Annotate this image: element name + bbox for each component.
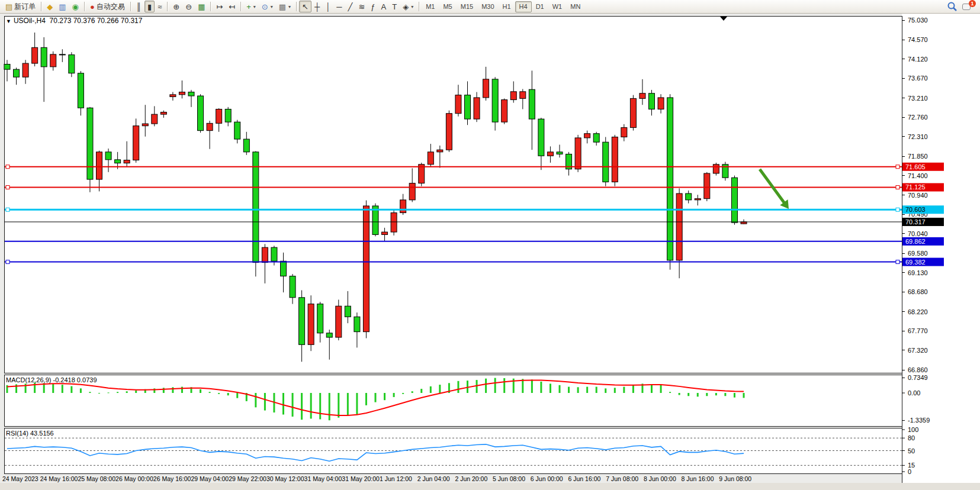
line-handle[interactable] bbox=[6, 208, 9, 211]
candle bbox=[446, 111, 452, 152]
zoom-out-button[interactable]: ⊖ bbox=[182, 1, 195, 12]
svg-text:71.125: 71.125 bbox=[905, 183, 926, 191]
timeframe-h4-button[interactable]: H4 bbox=[515, 1, 532, 12]
timeframe-m1-button[interactable]: M1 bbox=[422, 1, 439, 12]
rsi-axis-label: 80 bbox=[908, 434, 915, 441]
horizontal-line-button[interactable]: ─ bbox=[333, 1, 345, 12]
price-tick-label: 68.220 bbox=[908, 308, 928, 315]
timeframe-mn-button[interactable]: MN bbox=[566, 1, 584, 12]
candle bbox=[363, 201, 369, 339]
collapse-triangle-icon[interactable]: ▼ bbox=[6, 18, 11, 24]
zoom-in-icon: ⊕ bbox=[173, 3, 179, 11]
candle bbox=[667, 94, 673, 270]
candle bbox=[502, 98, 507, 124]
autotrade-label: 自动交易 bbox=[97, 2, 125, 12]
fibonacci-icon: ƒ bbox=[371, 3, 375, 11]
toolbar-separator bbox=[240, 2, 241, 11]
price-badge: 69.862 bbox=[902, 237, 944, 246]
auto-scroll-icon: ↦ bbox=[216, 3, 223, 11]
auto-scroll-button[interactable]: ↦ bbox=[213, 1, 226, 12]
templates-button[interactable]: ▩▾ bbox=[276, 1, 294, 12]
periods-button[interactable]: ⊙▾ bbox=[259, 1, 276, 12]
chart-bars-button[interactable]: ║ bbox=[133, 1, 144, 12]
macd-axis-label: 0.7349 bbox=[908, 374, 928, 381]
zoom-in-button[interactable]: ⊕ bbox=[170, 1, 182, 12]
chart-line-button[interactable]: ≈ bbox=[155, 1, 165, 12]
candle bbox=[87, 107, 93, 192]
candle bbox=[603, 137, 609, 186]
macd-name: MACD(12,26,9) bbox=[6, 376, 51, 383]
equidistant-channel-button[interactable]: ≋ bbox=[355, 1, 368, 12]
macd-axis-label: 0.00 bbox=[908, 389, 920, 396]
crosshair-button[interactable]: ┼ bbox=[311, 1, 323, 12]
price-tick-label: 67.320 bbox=[908, 347, 928, 354]
toolbar-group: ║▮≈ bbox=[133, 0, 165, 13]
chart-shift-icon: ↤ bbox=[229, 3, 235, 11]
templates-icon: ▩ bbox=[279, 3, 286, 11]
chart-canvas: 75.03074.57074.12073.67073.21072.76072.3… bbox=[0, 14, 980, 490]
price-badge: 70.317 bbox=[902, 218, 944, 226]
fibonacci-button[interactable]: ƒ bbox=[368, 1, 378, 12]
time-tick-label: 31 May 20:00 bbox=[342, 475, 380, 482]
line-handle[interactable] bbox=[6, 165, 9, 169]
timeframe-m15-button[interactable]: M15 bbox=[457, 1, 477, 12]
timeframe-w1-button[interactable]: W1 bbox=[548, 1, 567, 12]
navigator-button[interactable]: ◉ bbox=[69, 1, 82, 12]
new-order-icon: ▤ bbox=[5, 3, 12, 11]
price-tick-label: 72.760 bbox=[908, 114, 928, 121]
templates-dropdown-icon[interactable]: ▾ bbox=[288, 4, 291, 9]
data-window-button[interactable]: ▥ bbox=[56, 1, 69, 12]
cursor-button[interactable]: ↖ bbox=[299, 1, 311, 12]
macd-main-value: -0.2418 bbox=[53, 376, 75, 383]
timeframe-d1-button[interactable]: D1 bbox=[532, 1, 548, 12]
rsi-value: 43.5156 bbox=[30, 430, 54, 437]
line-handle[interactable] bbox=[896, 208, 899, 211]
candle bbox=[731, 176, 737, 225]
timeframe-m5-button[interactable]: M5 bbox=[439, 1, 456, 12]
timeframe-m30-button[interactable]: M30 bbox=[477, 1, 498, 12]
arrows-button[interactable]: ◈▾ bbox=[400, 1, 416, 12]
text-label-button[interactable]: T bbox=[389, 1, 400, 12]
toolbar-separator bbox=[419, 2, 419, 11]
time-tick-label: 26 May 16:00 bbox=[153, 475, 191, 482]
tile-windows-icon: ▦ bbox=[198, 3, 205, 11]
price-tick-label: 73.210 bbox=[908, 95, 928, 102]
autotrade-button[interactable]: ●自动交易 bbox=[87, 1, 128, 12]
price-tick-label: 69.580 bbox=[908, 250, 928, 257]
market-watch-button[interactable]: ◆ bbox=[44, 1, 56, 12]
chart-candles-button[interactable]: ▮ bbox=[144, 1, 155, 12]
periods-dropdown-icon[interactable]: ▾ bbox=[271, 4, 273, 9]
time-tick-label: 6 Jun 00:00 bbox=[531, 475, 563, 482]
line-handle[interactable] bbox=[896, 185, 899, 189]
time-tick-label: 31 May 04:00 bbox=[304, 475, 342, 482]
indicators-dropdown-icon[interactable]: ▾ bbox=[253, 4, 256, 9]
chart-shift-button[interactable]: ↤ bbox=[226, 1, 238, 12]
time-tick-label: 1 Jun 12:00 bbox=[380, 475, 412, 482]
indicators-button[interactable]: +▾ bbox=[243, 1, 259, 12]
new-order-button[interactable]: ▤新订单 bbox=[2, 1, 38, 12]
macd-panel bbox=[4, 375, 902, 426]
horizontal-line-icon: ─ bbox=[336, 3, 342, 11]
text-button[interactable]: A bbox=[378, 1, 390, 12]
svg-text:70.603: 70.603 bbox=[905, 206, 926, 213]
trendline-button[interactable]: ╱ bbox=[345, 1, 356, 12]
line-handle[interactable] bbox=[6, 185, 9, 189]
notifications-icon[interactable]: 1 bbox=[962, 2, 974, 11]
tile-windows-button[interactable]: ▦ bbox=[195, 1, 208, 12]
new-order-label: 新订单 bbox=[14, 2, 36, 12]
time-tick-label: 2 Jun 20:00 bbox=[455, 475, 487, 482]
line-handle[interactable] bbox=[896, 260, 899, 264]
candle bbox=[198, 94, 204, 133]
arrows-dropdown-icon[interactable]: ▾ bbox=[411, 4, 413, 9]
time-tick-label: 2 Jun 04:00 bbox=[417, 475, 450, 482]
line-handle[interactable] bbox=[896, 165, 899, 169]
candle bbox=[253, 151, 259, 276]
chart-bars-icon: ║ bbox=[136, 3, 142, 11]
line-handle[interactable] bbox=[6, 260, 9, 264]
chart-ohlc-values: 70.273 70.376 70.266 70.317 bbox=[50, 17, 143, 25]
navigator-icon: ◉ bbox=[72, 3, 79, 11]
price-tick-label: 70.040 bbox=[908, 230, 928, 237]
vertical-line-button[interactable]: │ bbox=[323, 1, 333, 12]
timeframe-h1-button[interactable]: H1 bbox=[499, 1, 515, 12]
search-icon[interactable] bbox=[947, 1, 957, 12]
